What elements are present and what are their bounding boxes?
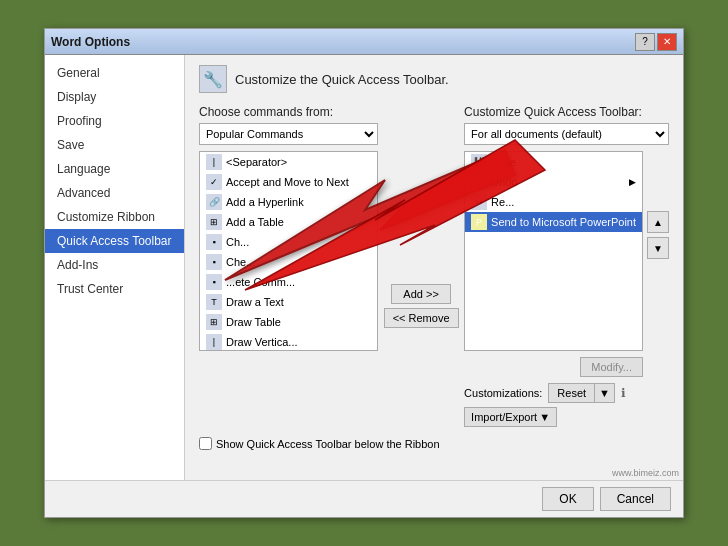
item-icon: ▪ [206,274,222,290]
move-down-button[interactable]: ▼ [647,237,669,259]
import-export-row: Import/Export ▼ [464,407,669,427]
customizations-label: Customizations: [464,387,542,399]
item-icon: ▪ [206,254,222,270]
show-below-ribbon-checkbox[interactable] [199,437,212,450]
list-item[interactable]: ▪ Che... [200,252,377,272]
move-up-button[interactable]: ▲ [647,211,669,233]
right-column: Customize Quick Access Toolbar: For all … [464,105,669,427]
table-icon: ⊞ [206,214,222,230]
right-documents-dropdown[interactable]: For all documents (default) For this doc… [464,123,669,145]
right-list-item-redo[interactable]: ↪ Re... [465,192,642,212]
check-icon: ✓ [206,174,222,190]
text-icon: T [206,294,222,310]
customizations-row: Customizations: Reset ▼ ℹ [464,383,669,403]
sidebar-item-general[interactable]: General [45,61,184,85]
left-column: Choose commands from: Popular Commands A… [199,105,378,427]
info-icon: ℹ [621,386,626,400]
sidebar-item-language[interactable]: Language [45,157,184,181]
modify-button[interactable]: Modify... [580,357,643,377]
sidebar-item-save[interactable]: Save [45,133,184,157]
right-col-with-arrows: For all documents (default) For this doc… [464,123,669,151]
dialog-footer: OK Cancel [45,480,683,517]
draw-icon: | [206,334,222,350]
sidebar-item-addins[interactable]: Add-Ins [45,253,184,277]
right-list-container: 💾 Save ↩ Undo ▶ ↪ Re... [464,151,669,351]
remove-button[interactable]: << Remove [384,308,459,328]
ok-button[interactable]: OK [542,487,593,511]
close-button[interactable]: ✕ [657,33,677,51]
cancel-button[interactable]: Cancel [600,487,671,511]
list-item[interactable]: ⊞ Add a Table [200,212,377,232]
sidebar-item-advanced[interactable]: Advanced [45,181,184,205]
reset-dropdown-button[interactable]: ▼ [594,383,615,403]
show-below-ribbon-row: Show Quick Access Toolbar below the Ribb… [199,437,440,450]
middle-buttons: Add >> << Remove [386,105,456,427]
bottom-section: Show Quick Access Toolbar below the Ribb… [199,437,669,450]
word-options-dialog: Word Options ? ✕ General Display Proofin… [44,28,684,518]
sidebar-item-proofing[interactable]: Proofing [45,109,184,133]
watermark: www.bimeiz.com [612,468,679,478]
redo-icon: ↪ [471,194,487,210]
list-item[interactable]: ✓ Accept and Move to Next [200,172,377,192]
show-below-ribbon-label: Show Quick Access Toolbar below the Ribb… [216,438,440,450]
import-export-button[interactable]: Import/Export ▼ [464,407,557,427]
reset-button[interactable]: Reset [548,383,594,403]
list-item[interactable]: ▪ ...ete Comm... [200,272,377,292]
left-commands-dropdown[interactable]: Popular Commands All Commands Macros [199,123,378,145]
list-item[interactable]: | <Separator> [200,152,377,172]
list-item[interactable]: ▪ Ch... [200,232,377,252]
reset-split-button: Reset ▼ [548,383,615,403]
left-dropdown-row: Popular Commands All Commands Macros [199,123,378,145]
right-arrows: ▲ ▼ [647,151,669,351]
help-button[interactable]: ? [635,33,655,51]
item-icon: ▪ [206,234,222,250]
title-bar-buttons: ? ✕ [635,33,677,51]
list-item[interactable]: T Draw a Text [200,292,377,312]
toolbar-icon: 🔧 [199,65,227,93]
sidebar-item-display[interactable]: Display [45,85,184,109]
section-header: 🔧 Customize the Quick Access Toolbar. [199,65,669,93]
save-icon: 💾 [471,154,487,170]
table2-icon: ⊞ [206,314,222,330]
add-button[interactable]: Add >> [391,284,451,304]
sidebar-item-quick-access[interactable]: Quick Access Toolbar [45,229,184,253]
sidebar: General Display Proofing Save Language A… [45,55,185,480]
list-item[interactable]: | Draw Vertica... [200,332,377,351]
left-col-label: Choose commands from: [199,105,378,119]
link-icon: 🔗 [206,194,222,210]
sidebar-item-trust-center[interactable]: Trust Center [45,277,184,301]
main-content: 🔧 Customize the Quick Access Toolbar. Ch… [185,55,683,480]
title-bar: Word Options ? ✕ [45,29,683,55]
list-item[interactable]: ⊞ Draw Table [200,312,377,332]
separator-icon: | [206,154,222,170]
undo-icon: ↩ [471,174,487,190]
dialog-title: Word Options [51,35,130,49]
commands-list[interactable]: | <Separator> ✓ Accept and Move to Next … [199,151,378,351]
ppt-icon: P [471,214,487,230]
sidebar-item-customize-ribbon[interactable]: Customize Ribbon [45,205,184,229]
right-col-label: Customize Quick Access Toolbar: [464,105,669,119]
section-title: Customize the Quick Access Toolbar. [235,72,449,87]
dialog-body: General Display Proofing Save Language A… [45,55,683,480]
modify-row: Modify... [464,357,643,377]
list-item[interactable]: 🔗 Add a Hyperlink [200,192,377,212]
right-list-item-ppt[interactable]: P Send to Microsoft PowerPoint [465,212,642,232]
right-list-item-save[interactable]: 💾 Save [465,152,642,172]
right-list-item-undo[interactable]: ↩ Undo ▶ [465,172,642,192]
right-list[interactable]: 💾 Save ↩ Undo ▶ ↪ Re... [464,151,643,351]
